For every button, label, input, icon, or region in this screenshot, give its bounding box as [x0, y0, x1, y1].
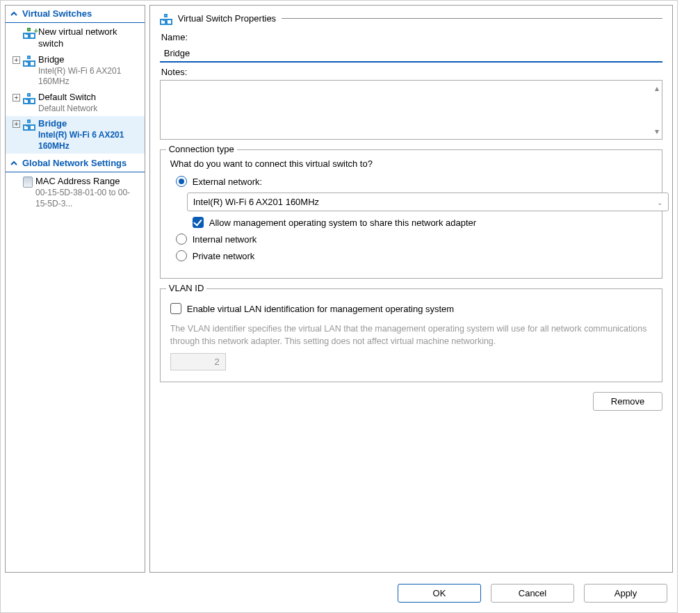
tree-item-label: Bridge [38, 54, 140, 66]
tree-item-sublabel: Intel(R) Wi-Fi 6 AX201 160MHz [38, 130, 140, 152]
network-switch-icon [160, 14, 172, 24]
network-switch-new-icon: + [23, 28, 35, 38]
radio-icon [176, 234, 187, 245]
chevron-up-icon [10, 159, 18, 167]
expander-icon[interactable]: + [13, 94, 20, 101]
vlan-group: VLAN ID Enable virtual LAN identificatio… [160, 288, 662, 382]
cancel-button[interactable]: Cancel [491, 584, 574, 603]
radio-label: External network: [193, 177, 262, 187]
panel-title: Virtual Switch Properties [178, 13, 276, 24]
navigation-tree: Virtual Switches + New virtual network s… [5, 5, 145, 573]
chevron-up-icon [10, 10, 18, 18]
name-label: Name: [161, 32, 662, 42]
tree-item-bridge-1[interactable]: + Bridge Intel(R) Wi-Fi 6 AX201 160MHz [6, 52, 145, 90]
scroll-down-icon[interactable]: ▾ [655, 126, 659, 136]
select-value: Intel(R) Wi-Fi 6 AX201 160MHz [193, 197, 319, 207]
notes-label: Notes: [161, 67, 662, 77]
connection-type-group: Connection type What do you want to conn… [160, 149, 662, 279]
vlan-help-text: The VLAN identifier specifies the virtua… [170, 322, 652, 348]
tree-item-new-switch[interactable]: + New virtual network switch [6, 24, 145, 52]
network-switch-icon [23, 120, 35, 129]
radio-icon [176, 250, 187, 261]
vlan-id-input [170, 353, 226, 370]
checkbox-icon [170, 303, 181, 314]
checkbox-allow-mgmt[interactable]: Allow management operating system to sha… [187, 217, 652, 228]
tree-item-mac-range[interactable]: MAC Address Range 00-15-5D-38-01-00 to 0… [6, 174, 145, 211]
connection-prompt: What do you want to connect this virtual… [170, 158, 652, 169]
tree-item-sublabel: Intel(R) Wi-Fi 6 AX201 160MHz [38, 66, 140, 88]
mac-range-icon [23, 177, 33, 188]
expander-icon[interactable]: + [13, 120, 20, 128]
radio-icon [176, 176, 187, 187]
tree-item-bridge-2[interactable]: + Bridge Intel(R) Wi-Fi 6 AX201 160MHz [6, 116, 145, 154]
tree-section-virtual-switches[interactable]: Virtual Switches [6, 6, 145, 23]
expander-placeholder [13, 28, 20, 36]
tree-item-sublabel: Default Network [38, 104, 97, 115]
checkbox-label: Enable virtual LAN identification for ma… [187, 304, 454, 314]
tree-item-label: MAC Address Range [35, 176, 140, 188]
radio-label: Private network [193, 251, 255, 261]
remove-button[interactable]: Remove [593, 392, 662, 411]
chevron-down-icon: ⌄ [657, 198, 662, 206]
title-divider [282, 18, 662, 19]
apply-button[interactable]: Apply [584, 584, 667, 603]
section-label: Global Network Settings [22, 158, 127, 168]
tree-item-label: Default Switch [38, 92, 97, 104]
tree-item-label: New virtual network switch [38, 26, 140, 50]
ok-button[interactable]: OK [398, 584, 481, 603]
radio-label: Internal network [193, 234, 257, 245]
expander-icon[interactable]: + [13, 56, 20, 64]
name-input[interactable] [160, 45, 662, 63]
tree-item-default-switch[interactable]: + Default Switch Default Network [6, 90, 145, 116]
tree-item-sublabel: 00-15-5D-38-01-00 to 00-15-5D-3... [35, 188, 140, 209]
radio-private[interactable]: Private network [170, 250, 652, 261]
dialog-footer: OK Cancel Apply [1, 577, 677, 612]
section-label: Virtual Switches [22, 8, 92, 19]
checkbox-label: Allow management operating system to sha… [209, 218, 476, 228]
checkbox-icon [193, 217, 204, 228]
scroll-up-icon[interactable]: ▴ [655, 83, 659, 93]
fieldset-legend: VLAN ID [166, 283, 207, 293]
radio-internal[interactable]: Internal network [170, 234, 652, 245]
external-adapter-select[interactable]: Intel(R) Wi-Fi 6 AX201 160MHz ⌄ [187, 193, 669, 211]
notes-textarea[interactable]: ▴ ▾ [160, 80, 662, 140]
properties-panel: Virtual Switch Properties Name: Notes: ▴… [149, 5, 673, 573]
tree-section-global[interactable]: Global Network Settings [6, 155, 145, 172]
network-switch-icon [23, 56, 35, 65]
tree-item-label: Bridge [38, 118, 140, 130]
fieldset-legend: Connection type [166, 144, 237, 154]
expander-placeholder [13, 178, 20, 186]
network-switch-icon [23, 93, 35, 103]
checkbox-enable-vlan[interactable]: Enable virtual LAN identification for ma… [170, 303, 652, 314]
radio-external[interactable]: External network: [170, 176, 652, 187]
